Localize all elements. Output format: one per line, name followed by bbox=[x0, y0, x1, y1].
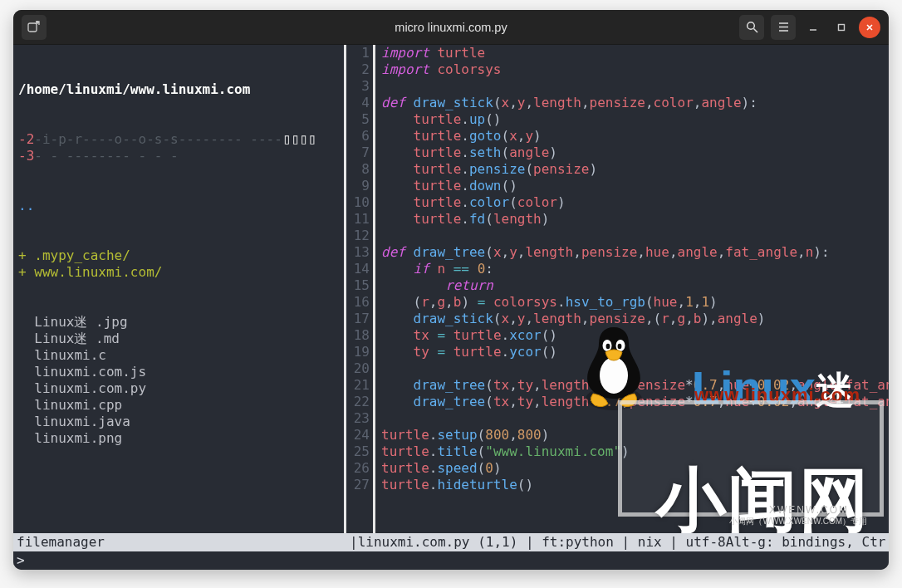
fm-file[interactable]: Linux迷 .md bbox=[18, 331, 336, 347]
code-line[interactable]: draw_tree(tx,ty,length*0.7,pensize*0.7,h… bbox=[381, 377, 889, 394]
line-number: 24 bbox=[350, 427, 370, 443]
fm-file[interactable]: linuxmi.java bbox=[18, 414, 336, 430]
status-bar: filemanager |linuxmi.com.py (1,1) | ft:p… bbox=[13, 533, 889, 551]
code-line[interactable]: ty = turtle.ycor() bbox=[381, 344, 889, 360]
code-line[interactable]: tx = turtle.xcor() bbox=[381, 327, 889, 344]
hamburger-icon bbox=[777, 21, 790, 33]
status-left: filemanager bbox=[13, 533, 341, 551]
titlebar: micro linuxmi.com.py bbox=[13, 10, 889, 45]
code-line[interactable]: turtle.hideturtle() bbox=[381, 477, 889, 493]
code-line[interactable]: turtle.goto(x,y) bbox=[381, 128, 889, 145]
line-number: 9 bbox=[350, 178, 370, 194]
line-number: 8 bbox=[350, 161, 370, 178]
line-number: 19 bbox=[350, 344, 370, 360]
app-window: micro linuxmi.com.py /home/linuxmi/www.l… bbox=[13, 10, 889, 570]
line-number: 17 bbox=[350, 311, 370, 327]
plus-tab-icon bbox=[27, 21, 41, 34]
fm-file[interactable]: linuxmi.com.py bbox=[18, 380, 336, 397]
line-number: 22 bbox=[350, 394, 370, 410]
new-tab-button[interactable] bbox=[22, 15, 47, 40]
code-pane[interactable]: 1234567891011121314151617181920212223242… bbox=[350, 45, 889, 533]
code-line[interactable]: turtle.seth(angle) bbox=[381, 145, 889, 161]
search-icon bbox=[746, 21, 758, 33]
code-line[interactable]: return bbox=[381, 277, 889, 294]
fm-directory[interactable]: + www.linuxmi.com/ bbox=[18, 264, 336, 281]
line-number: 21 bbox=[350, 377, 370, 394]
command-prompt[interactable]: > bbox=[13, 551, 889, 570]
code-line[interactable]: turtle.title("www.linuxmi.com") bbox=[381, 443, 889, 460]
line-number: 27 bbox=[350, 477, 370, 493]
code-line[interactable]: turtle.speed(0) bbox=[381, 460, 889, 477]
line-number: 2 bbox=[350, 61, 370, 78]
fm-parent-dir[interactable]: .. bbox=[18, 198, 336, 214]
svg-line-2 bbox=[753, 29, 757, 33]
editor-panes: /home/linuxmi/www.linuxmi.com -2-i-p-r--… bbox=[13, 45, 889, 533]
code-line[interactable]: turtle.fd(length) bbox=[381, 211, 889, 228]
code-line[interactable]: draw_tree(tx,ty,length*0.7,pensize*0.7,h… bbox=[381, 394, 889, 410]
line-number: 26 bbox=[350, 460, 370, 477]
fm-dashrow: -2-i-p-r----o--o-s-s-------- ----▯▯▯▯ bbox=[18, 131, 336, 148]
line-number: 23 bbox=[350, 410, 370, 427]
fm-file[interactable]: linuxmi.cpp bbox=[18, 397, 336, 414]
menu-button[interactable] bbox=[771, 15, 796, 40]
svg-rect-4 bbox=[839, 24, 845, 30]
code-line[interactable] bbox=[381, 78, 889, 95]
search-button[interactable] bbox=[739, 15, 764, 40]
code-line[interactable]: import turtle bbox=[381, 45, 889, 61]
filemanager-pane[interactable]: /home/linuxmi/www.linuxmi.com -2-i-p-r--… bbox=[13, 45, 341, 533]
line-number: 5 bbox=[350, 111, 370, 128]
fm-dashrow: -3- - -------- - - - bbox=[18, 148, 336, 164]
code-line[interactable]: turtle.down() bbox=[381, 178, 889, 194]
code-line[interactable]: turtle.up() bbox=[381, 111, 889, 128]
code-line[interactable]: draw_stick(x,y,length,pensize,(r,g,b),an… bbox=[381, 311, 889, 327]
code-line[interactable]: (r,g,b) = colorsys.hsv_to_rgb(hue,1,1) bbox=[381, 294, 889, 311]
line-number: 18 bbox=[350, 327, 370, 344]
minimize-button[interactable] bbox=[802, 17, 824, 38]
line-number: 11 bbox=[350, 211, 370, 228]
fm-file[interactable]: linuxmi.png bbox=[18, 430, 336, 447]
line-number: 12 bbox=[350, 228, 370, 244]
code-area[interactable]: import turtleimport colorsys def draw_st… bbox=[380, 45, 889, 533]
code-line[interactable] bbox=[381, 410, 889, 427]
code-line[interactable]: def draw_stick(x,y,length,pensize,color,… bbox=[381, 95, 889, 111]
code-line[interactable]: import colorsys bbox=[381, 61, 889, 78]
fm-directory[interactable]: + .mypy_cache/ bbox=[18, 247, 336, 264]
pane-divider[interactable] bbox=[341, 45, 350, 533]
line-number: 4 bbox=[350, 95, 370, 111]
svg-point-1 bbox=[747, 22, 754, 30]
line-number: 1 bbox=[350, 45, 370, 61]
minimize-icon bbox=[808, 22, 818, 32]
fm-file[interactable]: linuxmi.com.js bbox=[18, 364, 336, 380]
fm-path: /home/linuxmi/www.linuxmi.com bbox=[18, 81, 336, 98]
line-number: 3 bbox=[350, 78, 370, 95]
line-number: 14 bbox=[350, 261, 370, 277]
status-right: |linuxmi.com.py (1,1) | ft:python | nix … bbox=[350, 533, 889, 551]
code-line[interactable] bbox=[381, 360, 889, 377]
line-number: 7 bbox=[350, 145, 370, 161]
line-number: 25 bbox=[350, 443, 370, 460]
line-number: 10 bbox=[350, 194, 370, 211]
window-title: micro linuxmi.com.py bbox=[179, 21, 723, 34]
code-line[interactable] bbox=[381, 228, 889, 244]
fm-file[interactable]: Linux迷 .jpg bbox=[18, 314, 336, 331]
maximize-button[interactable] bbox=[831, 17, 852, 38]
maximize-icon bbox=[836, 22, 846, 32]
code-line[interactable]: turtle.setup(800,800) bbox=[381, 427, 889, 443]
code-line[interactable]: turtle.pensize(pensize) bbox=[381, 161, 889, 178]
fm-file[interactable]: linuxmi.c bbox=[18, 347, 336, 364]
line-number: 13 bbox=[350, 244, 370, 261]
code-line[interactable]: turtle.color(color) bbox=[381, 194, 889, 211]
close-icon bbox=[865, 22, 875, 32]
line-number: 16 bbox=[350, 294, 370, 311]
close-button[interactable] bbox=[859, 17, 880, 38]
line-number: 15 bbox=[350, 277, 370, 294]
line-number: 20 bbox=[350, 360, 370, 377]
code-line[interactable]: def draw_tree(x,y,length,pensize,hue,ang… bbox=[381, 244, 889, 261]
line-number-gutter: 1234567891011121314151617181920212223242… bbox=[350, 45, 371, 533]
line-number: 6 bbox=[350, 128, 370, 145]
gutter-separator bbox=[371, 45, 380, 533]
code-line[interactable]: if n == 0: bbox=[381, 261, 889, 277]
svg-rect-0 bbox=[28, 23, 37, 32]
